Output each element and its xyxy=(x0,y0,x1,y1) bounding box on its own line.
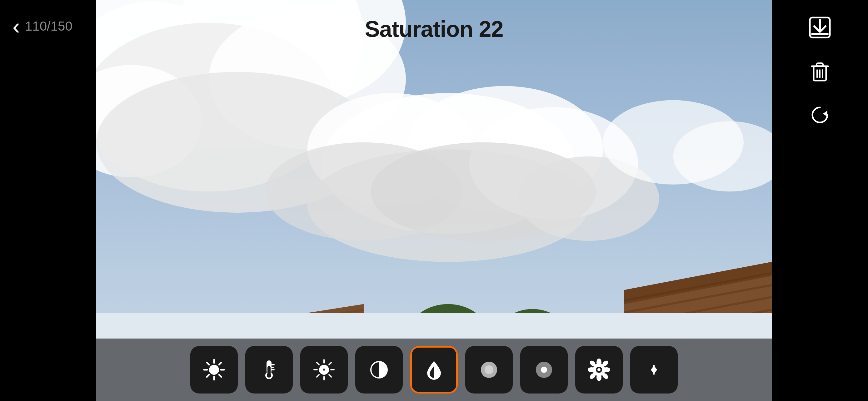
svg-line-71 xyxy=(329,363,331,365)
svg-point-90 xyxy=(597,368,600,371)
svg-point-77 xyxy=(485,365,493,374)
svg-point-82 xyxy=(596,373,601,381)
svg-line-53 xyxy=(207,363,209,365)
contrast-tool[interactable] xyxy=(355,346,403,394)
fade-tool[interactable] xyxy=(465,346,513,394)
svg-point-60 xyxy=(267,373,271,377)
left-sidebar: ‹ 110/150 xyxy=(0,0,96,401)
save-button[interactable] xyxy=(807,15,832,40)
svg-line-55 xyxy=(219,363,221,365)
svg-line-69 xyxy=(317,363,319,365)
main-area: Saturation 22 xyxy=(96,0,772,401)
svg-line-72 xyxy=(317,375,319,377)
saturation-tool[interactable] xyxy=(410,346,458,394)
svg-point-83 xyxy=(588,367,595,372)
exposure-tool[interactable] xyxy=(300,346,348,394)
sharpness-tool[interactable] xyxy=(575,346,623,394)
delete-button[interactable] xyxy=(807,59,832,84)
photo-sky xyxy=(96,0,772,313)
toolbar xyxy=(96,338,772,401)
svg-point-79 xyxy=(541,367,547,373)
adjust-tool[interactable] xyxy=(630,346,678,394)
svg-rect-98 xyxy=(817,63,823,66)
right-sidebar xyxy=(772,0,868,401)
photo-count: 110/150 xyxy=(25,19,72,34)
svg-rect-94 xyxy=(819,19,821,31)
svg-line-56 xyxy=(207,375,209,377)
svg-point-81 xyxy=(596,359,601,366)
svg-line-54 xyxy=(219,375,221,377)
svg-point-84 xyxy=(603,367,610,372)
svg-rect-93 xyxy=(811,33,829,35)
back-button[interactable]: ‹ xyxy=(12,15,20,37)
back-row: ‹ 110/150 xyxy=(12,15,72,37)
svg-marker-92 xyxy=(653,365,657,375)
svg-marker-102 xyxy=(823,110,827,117)
svg-line-70 xyxy=(329,375,331,377)
revert-button[interactable] xyxy=(807,102,832,127)
vignette-tool[interactable] xyxy=(520,346,568,394)
temperature-tool[interactable] xyxy=(245,346,293,394)
svg-point-48 xyxy=(209,365,219,375)
brightness-tool[interactable] xyxy=(190,346,238,394)
